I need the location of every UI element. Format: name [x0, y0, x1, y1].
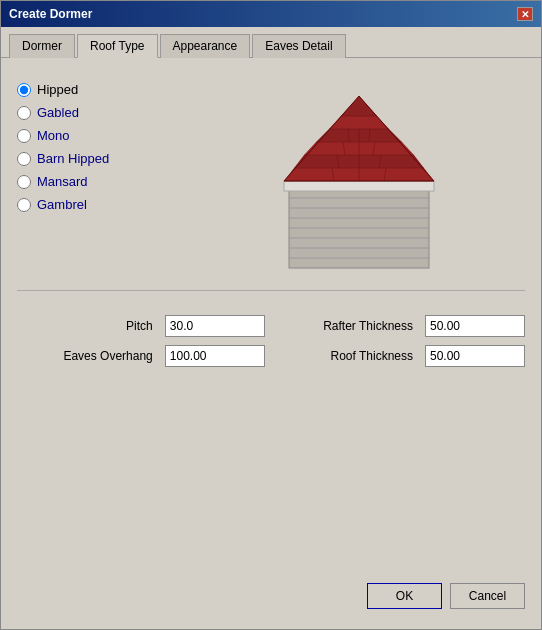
rafter-thickness-label: Rafter Thickness — [277, 319, 413, 333]
ok-button[interactable]: OK — [367, 583, 442, 609]
radio-mono-input[interactable] — [17, 129, 31, 143]
roof-preview-svg — [269, 78, 449, 278]
create-dormer-dialog: Create Dormer ✕ Dormer Roof Type Appeara… — [0, 0, 542, 630]
eaves-strip — [284, 181, 434, 191]
eaves-overhang-input[interactable] — [165, 345, 265, 367]
rafter-thickness-input[interactable] — [425, 315, 525, 337]
radio-gambrel[interactable]: Gambrel — [17, 197, 177, 212]
radio-mansard-label[interactable]: Mansard — [37, 174, 88, 189]
radio-gambrel-input[interactable] — [17, 198, 31, 212]
roof-peak — [341, 96, 377, 116]
dialog-title: Create Dormer — [9, 7, 92, 21]
radio-gambrel-label[interactable]: Gambrel — [37, 197, 87, 212]
tab-appearance[interactable]: Appearance — [160, 34, 251, 58]
radio-mono[interactable]: Mono — [17, 128, 177, 143]
radio-barnhipped-input[interactable] — [17, 152, 31, 166]
pitch-input[interactable] — [165, 315, 265, 337]
tab-eavesdetail[interactable]: Eaves Detail — [252, 34, 345, 58]
roof-preview-panel — [193, 74, 525, 282]
form-separator — [17, 290, 525, 291]
tab-bar: Dormer Roof Type Appearance Eaves Detail — [1, 27, 541, 58]
radio-mansard[interactable]: Mansard — [17, 174, 177, 189]
spacer — [17, 367, 525, 575]
dialog-body: Hipped Gabled Mono Barn Hipped — [1, 58, 541, 629]
form-section: Pitch Rafter Thickness Eaves Overhang Ro… — [17, 315, 525, 367]
cancel-button[interactable]: Cancel — [450, 583, 525, 609]
radio-hipped-label[interactable]: Hipped — [37, 82, 78, 97]
button-row: OK Cancel — [17, 575, 525, 613]
radio-gabled[interactable]: Gabled — [17, 105, 177, 120]
roof-type-radio-group: Hipped Gabled Mono Barn Hipped — [17, 82, 177, 212]
content-area: Hipped Gabled Mono Barn Hipped — [17, 74, 525, 282]
radio-barnhipped-label[interactable]: Barn Hipped — [37, 151, 109, 166]
tab-dormer[interactable]: Dormer — [9, 34, 75, 58]
radio-barnhipped[interactable]: Barn Hipped — [17, 151, 177, 166]
radio-hipped[interactable]: Hipped — [17, 82, 177, 97]
radio-gabled-input[interactable] — [17, 106, 31, 120]
pitch-label: Pitch — [17, 319, 153, 333]
radio-mansard-input[interactable] — [17, 175, 31, 189]
roof-tile-row5 — [329, 116, 389, 129]
eaves-overhang-label: Eaves Overhang — [17, 349, 153, 363]
radio-gabled-label[interactable]: Gabled — [37, 105, 79, 120]
roof-thickness-input[interactable] — [425, 345, 525, 367]
roof-thickness-label: Roof Thickness — [277, 349, 413, 363]
close-button[interactable]: ✕ — [517, 7, 533, 21]
radio-hipped-input[interactable] — [17, 83, 31, 97]
tab-rooftype[interactable]: Roof Type — [77, 34, 157, 58]
radio-mono-label[interactable]: Mono — [37, 128, 70, 143]
roof-type-options: Hipped Gabled Mono Barn Hipped — [17, 74, 177, 282]
title-bar: Create Dormer ✕ — [1, 1, 541, 27]
